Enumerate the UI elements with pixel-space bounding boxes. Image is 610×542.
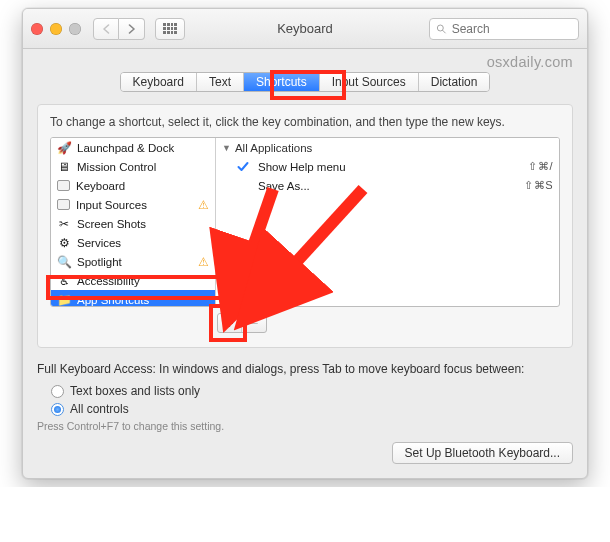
radio-label: All controls — [70, 402, 129, 416]
category-launchpad[interactable]: 🚀Launchpad & Dock — [51, 138, 215, 157]
search-field[interactable] — [429, 18, 579, 40]
shortcut-keys[interactable]: ⇧⌘S — [524, 179, 553, 192]
warning-icon: ⚠︎ — [198, 255, 209, 269]
tab-shortcuts[interactable]: Shortcuts — [244, 73, 320, 91]
tab-bar: Keyboard Text Shortcuts Input Sources Di… — [120, 72, 491, 92]
fka-hint: Press Control+F7 to change this setting. — [37, 420, 573, 432]
disclosure-triangle-icon[interactable]: ▼ — [222, 143, 231, 153]
show-all-prefs-button[interactable] — [155, 18, 185, 40]
radio-all-controls[interactable]: All controls — [37, 400, 573, 418]
app-shortcuts-icon: 📁 — [57, 293, 71, 307]
category-keyboard[interactable]: Keyboard — [51, 176, 215, 195]
watermark-text: osxdaily.com — [23, 49, 587, 70]
tab-text[interactable]: Text — [197, 73, 244, 91]
category-spotlight[interactable]: 🔍Spotlight⚠︎ — [51, 252, 215, 271]
category-mission-control[interactable]: 🖥Mission Control — [51, 157, 215, 176]
accessibility-icon: ♿︎ — [57, 274, 71, 288]
instruction-text: To change a shortcut, select it, click t… — [50, 115, 560, 129]
grid-icon — [163, 23, 177, 35]
category-accessibility[interactable]: ♿︎Accessibility — [51, 271, 215, 290]
radio-label: Text boxes and lists only — [70, 384, 200, 398]
input-sources-icon — [57, 199, 70, 210]
search-icon — [436, 23, 447, 35]
shortcut-row[interactable]: Save As... ⇧⌘S — [216, 176, 559, 195]
category-services[interactable]: ⚙︎Services — [51, 233, 215, 252]
svg-line-1 — [443, 30, 446, 33]
checkbox[interactable] — [236, 160, 250, 174]
remove-shortcut-button: − — [242, 314, 266, 332]
shortcut-list[interactable]: ▼ All Applications Show Help menu ⇧⌘/ Sa… — [216, 138, 559, 306]
screenshots-icon: ✂︎ — [57, 217, 71, 231]
shortcut-label: Show Help menu — [258, 161, 528, 173]
warning-icon: ⚠︎ — [198, 198, 209, 212]
nav-forward-button[interactable] — [119, 18, 145, 40]
shortcut-keys[interactable]: ⇧⌘/ — [528, 160, 553, 173]
minimize-window-button[interactable] — [50, 23, 62, 35]
fka-intro: Full Keyboard Access: In windows and dia… — [37, 362, 573, 376]
setup-bluetooth-keyboard-button[interactable]: Set Up Bluetooth Keyboard... — [392, 442, 573, 464]
shortcut-row[interactable]: Show Help menu ⇧⌘/ — [216, 157, 559, 176]
radio-icon — [51, 403, 64, 416]
zoom-window-button — [69, 23, 81, 35]
group-header-label: All Applications — [235, 142, 312, 154]
category-list[interactable]: 🚀Launchpad & Dock 🖥Mission Control Keybo… — [51, 138, 216, 306]
close-window-button[interactable] — [31, 23, 43, 35]
launchpad-icon: 🚀 — [57, 141, 71, 155]
mission-control-icon: 🖥 — [57, 160, 71, 174]
radio-text-boxes-only[interactable]: Text boxes and lists only — [37, 382, 573, 400]
category-app-shortcuts[interactable]: 📁App Shortcuts — [51, 290, 215, 306]
tab-keyboard[interactable]: Keyboard — [121, 73, 197, 91]
tab-input-sources[interactable]: Input Sources — [320, 73, 419, 91]
category-input-sources[interactable]: Input Sources⚠︎ — [51, 195, 215, 214]
spotlight-icon: 🔍 — [57, 255, 71, 269]
category-screenshots[interactable]: ✂︎Screen Shots — [51, 214, 215, 233]
shortcut-label: Save As... — [258, 180, 524, 192]
search-input[interactable] — [452, 22, 572, 36]
group-header[interactable]: ▼ All Applications — [216, 138, 559, 157]
radio-icon — [51, 385, 64, 398]
keyboard-icon — [57, 180, 70, 191]
tab-dictation[interactable]: Dictation — [419, 73, 490, 91]
add-shortcut-button[interactable]: + — [218, 314, 242, 332]
checkbox[interactable] — [236, 179, 250, 193]
nav-back-button — [93, 18, 119, 40]
services-icon: ⚙︎ — [57, 236, 71, 250]
